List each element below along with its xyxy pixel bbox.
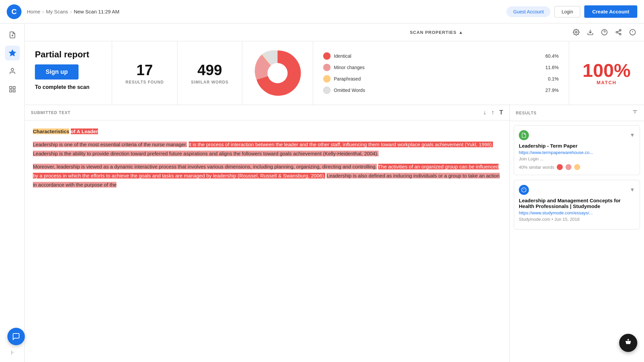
similar-words-section: 499 SIMILAR WORDS (178, 41, 242, 105)
text-para2-part1: Moreover, leadership is viewed as a dyna… (33, 164, 377, 169)
submitted-text-label: SUBMITTED TEXT (31, 110, 70, 115)
chevron-up-icon[interactable]: ▲ (458, 30, 463, 35)
legend-label-minor: Minor changes (334, 65, 540, 70)
legend-item-minor: Minor changes 11.6% (323, 64, 559, 71)
text-highlight-leader: of A Leader (71, 128, 98, 134)
results-found-label: RESULTS FOUND (126, 80, 164, 85)
breadcrumb-home[interactable]: Home (27, 9, 40, 14)
result-url-2[interactable]: https://www.studymode.com/essays/... (519, 210, 635, 215)
breadcrumb: Home › My Scans › New Scan 11:29 AM (27, 9, 119, 14)
content-area: SCAN PROPERTIES ▲ (25, 23, 644, 362)
result-card-1-header: ▼ (519, 130, 635, 140)
match-percent: 100% (583, 61, 631, 80)
svg-point-8 (576, 32, 577, 33)
result-url-1[interactable]: https://www.termpaperwarehouse.co... (519, 150, 635, 155)
main-layout: |› SCAN PROPERTIES ▲ (0, 23, 644, 362)
results-found-section: 17 RESULTS FOUND (112, 41, 178, 105)
result-card-1: ▼ Leadership - Term Paper https://www.te… (514, 125, 640, 175)
create-account-button[interactable]: Create Account (584, 5, 637, 18)
svg-rect-5 (13, 87, 15, 89)
legend-label-omitted: Omitted Words (334, 88, 540, 93)
svg-rect-4 (9, 87, 11, 89)
legend-dot-omitted (323, 87, 331, 94)
result-similarity-1: 40% similar words (519, 164, 635, 170)
filter-icon[interactable] (632, 109, 638, 117)
result-snippet-1: Join Login ... (519, 156, 635, 161)
signup-button[interactable]: Sign up (35, 64, 79, 80)
pie-chart (252, 48, 303, 98)
accessibility-button[interactable] (619, 334, 637, 352)
pie-chart-container (242, 41, 313, 105)
scroll-up-icon[interactable]: ↑ (491, 109, 495, 116)
login-button[interactable]: Login (554, 6, 580, 17)
pie-center (267, 63, 288, 83)
svg-point-12 (620, 30, 621, 31)
legend-item-paraphrased: Paraphrased 0.1% (323, 75, 559, 83)
text-format-icon[interactable]: T (499, 109, 503, 116)
breadcrumb-current: New Scan 11:29 AM (74, 9, 119, 14)
complete-scan-text: To complete the scan (35, 84, 102, 90)
scroll-down-icon[interactable]: ↓ (483, 109, 487, 116)
share-icon[interactable] (614, 28, 623, 37)
match-label: MATCH (597, 80, 617, 85)
sidebar: |› (0, 23, 25, 362)
sidebar-icon-starred[interactable] (5, 46, 20, 60)
breadcrumb-myscans[interactable]: My Scans (46, 9, 68, 14)
legend-item-identical: Identical 60.4% (323, 52, 559, 60)
info-icon[interactable] (628, 28, 637, 37)
chat-button[interactable] (7, 328, 25, 345)
submitted-text-panel: SUBMITTED TEXT ↓ ↑ T Characteristics of … (25, 105, 510, 362)
svg-line-16 (617, 31, 620, 32)
legend-label-paraphrased: Paraphrased (334, 76, 540, 82)
svg-line-15 (617, 33, 620, 34)
legend-section: Identical 60.4% Minor changes 11.6% Para… (313, 41, 569, 105)
result-card-2-header: ▼ (519, 185, 635, 195)
legend-item-omitted: Omitted Words 27.9% (323, 87, 559, 94)
help-icon[interactable] (600, 28, 609, 37)
text-para1-part2: It is the process of interaction between… (189, 142, 493, 147)
svg-marker-2 (9, 50, 15, 56)
submitted-text-content[interactable]: Characteristics of A Leader Leadership i… (25, 120, 509, 362)
partial-report-title: Partial report (35, 49, 102, 60)
settings-icon[interactable] (572, 28, 581, 37)
sidebar-bottom: |› (5, 347, 20, 362)
results-panel: RESULTS (510, 105, 644, 362)
similar-words-number: 499 (197, 62, 222, 79)
svg-point-14 (620, 33, 621, 35)
svg-rect-6 (9, 90, 11, 92)
text-para1-part3: Leadership is the ability to provide dir… (33, 151, 379, 156)
svg-point-13 (616, 32, 618, 33)
similarity-text-1: 40% similar words (519, 165, 554, 170)
results-scroll-area[interactable]: ▼ Leadership - Term Paper https://www.te… (510, 121, 644, 362)
nav-right: Guest Account Login Create Account (506, 5, 637, 18)
result-title-2: Leadership and Management Concepts for H… (519, 198, 635, 209)
result-icon-2 (519, 185, 529, 195)
svg-rect-7 (13, 90, 15, 92)
sidebar-toggle[interactable]: |› (5, 347, 20, 357)
expand-icon-1[interactable]: ▼ (630, 132, 635, 138)
stats-row: Partial report Sign up To complete the s… (25, 41, 644, 105)
download-icon[interactable] (586, 28, 595, 37)
legend-pct-identical: 60.4% (544, 53, 559, 59)
breadcrumb-sep2: › (70, 9, 72, 14)
legend-dot-minor (323, 64, 331, 71)
scan-properties-title: SCAN PROPERTIES ▲ (302, 30, 572, 35)
sidebar-icon-add-document[interactable] (5, 28, 20, 42)
logo[interactable]: C (7, 4, 21, 19)
submitted-text-icons: ↓ ↑ T (483, 109, 503, 116)
legend-dot-paraphrased (323, 75, 331, 83)
guest-account-button[interactable]: Guest Account (506, 6, 550, 17)
submitted-text-header: SUBMITTED TEXT ↓ ↑ T (25, 105, 509, 120)
text-para1-part1: Leadership is one of the most essential … (33, 142, 187, 147)
match-section: 100% MATCH (569, 41, 644, 105)
result-snippet-2: Studymode.com • Jun 15, 2018 (519, 217, 635, 222)
sidebar-icon-pages[interactable] (5, 82, 20, 97)
svg-point-26 (628, 339, 629, 341)
expand-icon-2[interactable]: ▼ (630, 187, 635, 193)
sidebar-icon-profile[interactable] (5, 64, 20, 79)
legend-pct-omitted: 27.9% (544, 88, 559, 93)
sim-dot-red-1 (557, 164, 563, 170)
top-navigation: C Home › My Scans › New Scan 11:29 AM Gu… (0, 0, 644, 23)
sim-dot-orange-1 (574, 164, 580, 170)
results-found-number: 17 (137, 62, 153, 79)
